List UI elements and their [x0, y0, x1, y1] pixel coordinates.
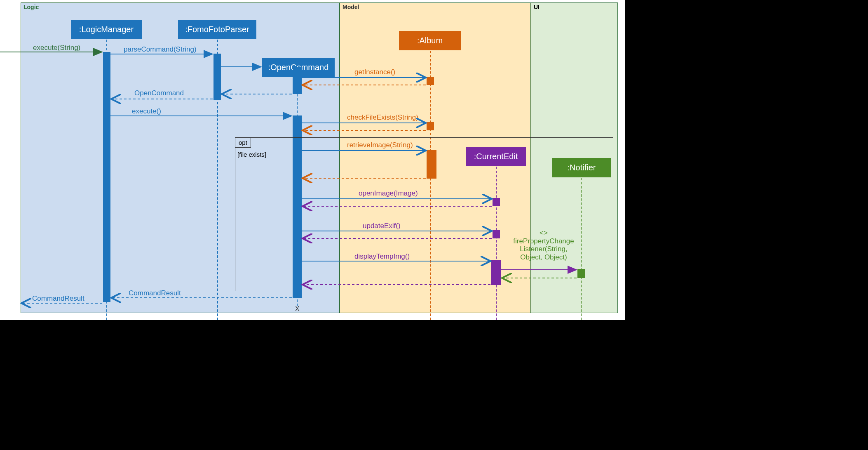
msg-command-result: CommandResult — [129, 289, 181, 297]
msg-fire-property: <>firePropertyChangeListener(String,Obje… — [509, 229, 579, 261]
region-logic-label: Logic — [23, 4, 39, 10]
msg-execute-string: execute(String) — [33, 44, 80, 52]
msg-retrieve-image: retrieveImage(String) — [347, 141, 413, 149]
msg-parse-command: parseCommand(String) — [124, 45, 197, 54]
lifeline-logic-manager: :LogicManager — [71, 20, 142, 39]
opt-tag: opt — [235, 137, 251, 148]
msg-check-file-exists: checkFileExists(String) — [347, 113, 418, 122]
lifeline-fomofoto-parser: :FomoFotoParser — [178, 20, 256, 39]
opt-guard: [file exists] — [237, 151, 266, 158]
region-model-label: Model — [343, 4, 359, 10]
activation-album-2 — [427, 122, 434, 130]
activation-album-1 — [427, 77, 434, 85]
msg-display-temp-img: displayTempImg() — [354, 252, 410, 261]
msg-get-instance: getInstance() — [354, 68, 395, 76]
lifeline-album-label: :Album — [417, 36, 443, 45]
lifeline-logic-manager-label: :LogicManager — [79, 25, 134, 34]
msg-open-image: openImage(Image) — [359, 189, 418, 198]
msg-command-result-outer: CommandResult — [32, 295, 84, 303]
msg-update-exif: updateExif() — [363, 222, 401, 230]
msg-execute: execute() — [132, 107, 161, 115]
activation-logic-manager — [103, 52, 110, 302]
lifeline-fomofoto-parser-label: :FomoFotoParser — [185, 25, 249, 34]
activation-opencommand-1 — [293, 67, 302, 94]
region-ui-label: UI — [534, 4, 540, 10]
activation-parser — [213, 54, 221, 100]
msg-open-command-return: OpenCommand — [134, 89, 184, 97]
destroy-x: X — [295, 305, 300, 313]
lifeline-album: :Album — [399, 31, 461, 50]
opt-frame — [235, 137, 613, 291]
